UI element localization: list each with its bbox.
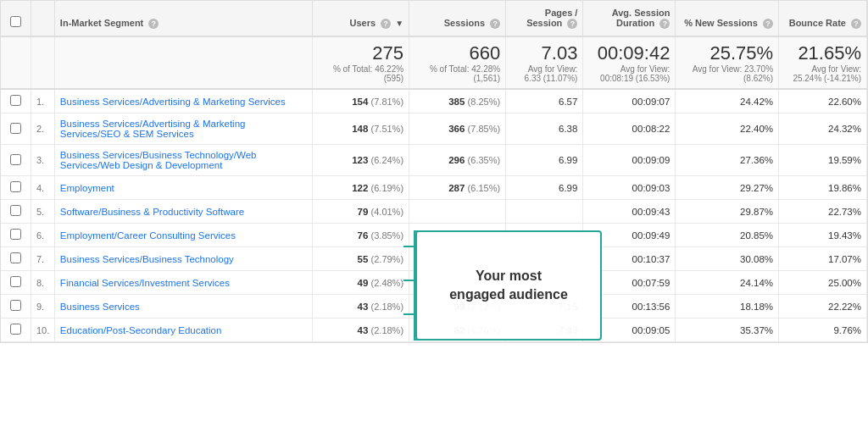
row-num: 1. bbox=[31, 89, 54, 114]
table-row: 3.Business Services/Business Technology/… bbox=[1, 145, 867, 176]
table-row: 4.Employment122 (6.19%)287 (6.15%)6.9900… bbox=[1, 176, 867, 200]
summary-sessions-main: 660 bbox=[415, 42, 500, 64]
row-checkbox-cell bbox=[1, 318, 31, 342]
newsessions-info-icon[interactable]: ? bbox=[763, 19, 773, 29]
row-newsessions: 27.36% bbox=[676, 145, 779, 176]
users-sort-icon[interactable]: ▼ bbox=[395, 19, 403, 28]
row-users: 154 (7.81%) bbox=[313, 89, 409, 114]
segment-link[interactable]: Employment/Career Consulting Services bbox=[60, 230, 236, 241]
segment-link[interactable]: Business Services/Advertising & Marketin… bbox=[60, 97, 286, 107]
row-newsessions: 22.40% bbox=[676, 114, 779, 145]
row-avgsession: 00:10:37 bbox=[583, 247, 676, 271]
row-num: 2. bbox=[31, 114, 54, 145]
row-newsessions: 30.08% bbox=[676, 247, 779, 271]
select-all-checkbox[interactable] bbox=[10, 16, 21, 27]
row-users: 43 (2.18%) bbox=[313, 295, 409, 318]
row-users: 55 (2.79%) bbox=[313, 247, 409, 271]
row-checkbox[interactable] bbox=[10, 95, 21, 106]
users-header-label: Users bbox=[349, 18, 376, 28]
segment-link[interactable]: Business Services/Advertising & Marketin… bbox=[60, 119, 246, 139]
annotation-tick-3 bbox=[403, 313, 415, 315]
row-avgsession: 00:07:59 bbox=[583, 271, 676, 295]
summary-sessions-sub: % of Total: 42.28% (1,561) bbox=[415, 64, 500, 83]
sessions-header: Sessions ? bbox=[409, 1, 506, 36]
bouncerate-info-icon[interactable]: ? bbox=[851, 19, 861, 29]
table-row: 7.Business Services/Business Technology5… bbox=[1, 247, 867, 271]
row-users: 76 (3.85%) bbox=[313, 224, 409, 247]
row-newsessions: 18.18% bbox=[676, 295, 779, 318]
summary-sessions-cell: 660 % of Total: 42.28% (1,561) bbox=[409, 36, 506, 89]
users-info-icon[interactable]: ? bbox=[381, 19, 391, 29]
summary-segment-cell bbox=[54, 36, 312, 89]
row-sessions: 296 (6.35%) bbox=[409, 145, 506, 176]
summary-newsessions-main: 25.75% bbox=[681, 42, 773, 64]
row-checkbox-cell bbox=[1, 200, 31, 224]
row-checkbox[interactable] bbox=[10, 324, 21, 335]
row-users: 123 (6.24%) bbox=[313, 145, 409, 176]
summary-bouncerate-sub: Avg for View: 25.24% (-14.21%) bbox=[784, 64, 861, 83]
row-segment[interactable]: Education/Post-Secondary Education bbox=[54, 318, 312, 342]
sessions-info-icon[interactable]: ? bbox=[490, 19, 500, 29]
pages-header: Pages / Session ? bbox=[506, 1, 583, 36]
segment-link[interactable]: Business Services bbox=[60, 302, 140, 312]
row-bouncerate: 9.76% bbox=[779, 318, 867, 342]
row-checkbox[interactable] bbox=[10, 154, 21, 165]
row-segment[interactable]: Business Services/Business Technology/We… bbox=[54, 145, 312, 176]
row-users: 79 (4.01%) bbox=[313, 200, 409, 224]
row-pages: 7.15 bbox=[506, 295, 583, 318]
pages-info-icon[interactable]: ? bbox=[567, 19, 577, 29]
row-avgsession: 00:09:09 bbox=[583, 145, 676, 176]
row-checkbox[interactable] bbox=[10, 252, 21, 263]
summary-pages-main: 7.03 bbox=[511, 42, 577, 64]
row-checkbox-cell bbox=[1, 247, 31, 271]
segment-link[interactable]: Software/Business & Productivity Softwar… bbox=[60, 207, 244, 217]
row-users: 49 (2.48%) bbox=[313, 271, 409, 295]
select-all-header[interactable] bbox=[1, 1, 31, 36]
row-checkbox[interactable] bbox=[10, 276, 21, 287]
row-checkbox-cell bbox=[1, 114, 31, 145]
avgsession-info-icon[interactable]: ? bbox=[659, 19, 670, 29]
row-segment[interactable]: Business Services/Advertising & Marketin… bbox=[54, 114, 312, 145]
segment-link[interactable]: Financial Services/Investment Services bbox=[60, 278, 230, 288]
data-table: In-Market Segment ? Users ? ▼ Sessions ?… bbox=[0, 0, 868, 343]
row-segment[interactable]: Software/Business & Productivity Softwar… bbox=[54, 200, 312, 224]
row-segment[interactable]: Business Services bbox=[54, 295, 312, 318]
row-newsessions: 29.27% bbox=[676, 176, 779, 200]
summary-newsessions-cell: 25.75% Avg for View: 23.70% (8.62%) bbox=[676, 36, 779, 89]
row-checkbox[interactable] bbox=[10, 300, 21, 311]
row-avgsession: 00:09:43 bbox=[583, 200, 676, 224]
row-pages bbox=[506, 200, 583, 224]
segment-link[interactable]: Business Services/Business Technology bbox=[60, 254, 234, 264]
segment-info-icon[interactable]: ? bbox=[148, 19, 159, 29]
row-segment[interactable]: Business Services/Business Technology bbox=[54, 247, 312, 271]
row-users: 122 (6.19%) bbox=[313, 176, 409, 200]
row-checkbox-cell bbox=[1, 176, 31, 200]
row-sessions: 366 (7.85%) bbox=[409, 114, 506, 145]
row-segment[interactable]: Employment bbox=[54, 176, 312, 200]
row-checkbox[interactable] bbox=[10, 181, 21, 192]
row-pages: 6.38 bbox=[506, 114, 583, 145]
row-bouncerate: 19.59% bbox=[779, 145, 867, 176]
row-num: 7. bbox=[31, 247, 54, 271]
row-avgsession: 00:09:49 bbox=[583, 224, 676, 247]
row-num: 9. bbox=[31, 295, 54, 318]
row-pages: 7.93 bbox=[506, 318, 583, 342]
bouncerate-header-label: Bounce Rate bbox=[789, 18, 846, 28]
row-users: 43 (2.18%) bbox=[313, 318, 409, 342]
row-checkbox[interactable] bbox=[10, 229, 21, 240]
row-bouncerate: 22.60% bbox=[779, 89, 867, 114]
row-pages: 6.57 bbox=[506, 89, 583, 114]
segment-link[interactable]: Employment bbox=[60, 183, 114, 193]
segment-link[interactable]: Education/Post-Secondary Education bbox=[60, 325, 222, 335]
row-checkbox[interactable] bbox=[10, 123, 21, 134]
row-num: 6. bbox=[31, 224, 54, 247]
summary-row: 275 % of Total: 46.22% (595) 660 % of To… bbox=[1, 36, 867, 89]
row-segment[interactable]: Business Services/Advertising & Marketin… bbox=[54, 89, 312, 114]
segment-link[interactable]: Business Services/Business Technology/We… bbox=[60, 150, 257, 170]
row-segment[interactable]: Financial Services/Investment Services bbox=[54, 271, 312, 295]
segment-header-label: In-Market Segment bbox=[60, 18, 143, 28]
row-avgsession: 00:09:05 bbox=[583, 318, 676, 342]
row-checkbox[interactable] bbox=[10, 205, 21, 216]
row-segment[interactable]: Employment/Career Consulting Services bbox=[54, 224, 312, 247]
row-bouncerate: 19.86% bbox=[779, 176, 867, 200]
